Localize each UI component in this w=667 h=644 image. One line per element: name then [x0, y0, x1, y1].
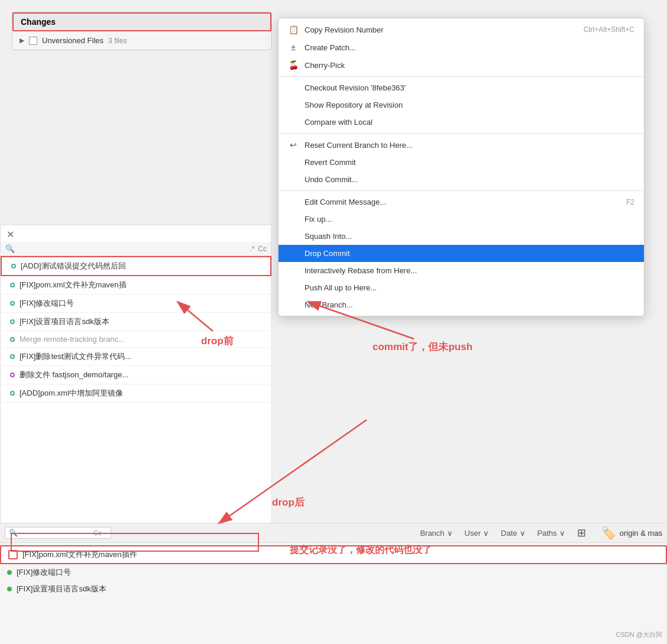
menu-label: Compare with Local — [305, 118, 373, 127]
menu-item-cherry-pick[interactable]: 🍒 Cherry-Pick — [279, 56, 644, 74]
chevron-down-icon: ∨ — [559, 529, 565, 538]
commit-message: 删除文件 fastjson_demo/targe... — [20, 370, 267, 380]
drop-before-label: drop前 — [201, 334, 234, 348]
search-bar: 🔍 .* Cc — [1, 242, 271, 256]
origin-badge: 🏷️ origin & mas — [601, 526, 662, 540]
menu-item-compare-local[interactable]: Compare with Local — [279, 114, 644, 131]
patch-icon: ± — [288, 43, 299, 52]
bottom-commit-item[interactable]: [FIX]修改端口号 — [0, 564, 667, 581]
search-icon: 🔍 — [9, 529, 18, 537]
menu-label: Edit Commit Message... — [305, 198, 386, 206]
menu-label: New Branch... — [305, 300, 353, 309]
commit-item[interactable]: [FIX]删除test测试文件异常代码... — [1, 348, 271, 366]
menu-item-edit-message[interactable]: Edit Commit Message... F2 — [279, 193, 644, 211]
commit-message: [FIX]修改端口号 — [17, 567, 71, 578]
commit-dot — [10, 391, 15, 396]
menu-item-undo-commit[interactable]: Undo Commit... — [279, 171, 644, 188]
commit-message: [FIX]pom.xml文件补充maven插 — [20, 280, 267, 290]
branch-filter-button[interactable]: Branch ∨ — [417, 528, 455, 539]
menu-label: Copy Revision Number — [305, 25, 384, 34]
graph-node — [5, 283, 20, 287]
bottom-commit-item[interactable]: [FIX]设置项目语言sdk版本 — [0, 581, 667, 597]
changes-body: ▶ Unversioned Files 3 files — [12, 31, 271, 50]
menu-item-squash-into[interactable]: Squash Into... — [279, 228, 644, 245]
commit-item[interactable]: [FIX]设置项目语言sdk版本 — [1, 313, 271, 331]
filter-buttons: Branch ∨ User ∨ Date ∨ Paths ∨ ⊞ — [417, 526, 585, 539]
commit-dot — [10, 354, 15, 359]
menu-item-push-all[interactable]: Push All up to Here... — [279, 279, 644, 296]
commit-item[interactable]: [FIX]修改端口号 — [1, 295, 271, 313]
commit-message: [FIX]pom.xml文件补充maven插件 — [22, 549, 137, 560]
separator — [279, 133, 644, 134]
commit-item[interactable]: [ADD]pom.xml中增加阿里镜像 — [1, 384, 271, 403]
commit-dot — [10, 283, 15, 287]
case-icon[interactable]: Cc — [93, 529, 101, 536]
menu-item-reset-branch[interactable]: ↩ Reset Current Branch to Here... — [279, 136, 644, 154]
menu-label: Interactively Rebase from Here... — [305, 266, 417, 275]
commit-message: [FIX]修改端口号 — [20, 298, 267, 309]
commit-message: [ADD]测试错误提交代码然后回 — [21, 261, 265, 271]
regex-button[interactable]: .* — [250, 245, 254, 253]
menu-label: Push All up to Here... — [305, 283, 377, 292]
watermark: CSDN @大白阿 — [616, 630, 662, 639]
commit-list: [ADD]测试错误提交代码然后回 [FIX]pom.xml文件补充maven插 … — [1, 256, 271, 528]
close-button[interactable]: ✕ — [7, 229, 14, 240]
unversioned-label: Unversioned Files — [42, 36, 103, 45]
new-tab-button[interactable]: ⊞ — [577, 526, 586, 539]
unversioned-checkbox[interactable] — [29, 37, 37, 45]
expand-chevron[interactable]: ▶ — [20, 37, 24, 44]
menu-item-new-branch[interactable]: New Branch... — [279, 296, 644, 313]
origin-label: origin & mas — [620, 529, 662, 538]
commit-message: [ADD]pom.xml中增加阿里镜像 — [20, 388, 267, 399]
graph-node — [5, 301, 20, 306]
menu-item-drop-commit[interactable]: Drop Commit — [279, 245, 644, 262]
menu-item-revert-commit[interactable]: Revert Commit — [279, 154, 644, 171]
commit-item[interactable]: 删除文件 fastjson_demo/targe... — [1, 366, 271, 384]
drop-after-label: drop后 — [272, 496, 305, 509]
menu-item-interactive-rebase[interactable]: Interactively Rebase from Here... — [279, 262, 644, 279]
bottom-panel: 🔍 Cc Branch ∨ User ∨ Date ∨ Paths ∨ ⊞ — [0, 523, 667, 644]
date-label: Date — [501, 529, 517, 538]
commit-dot — [10, 319, 15, 324]
graph-node — [7, 264, 21, 268]
selection-box — [8, 550, 18, 559]
paths-label: Paths — [538, 529, 557, 538]
menu-label: Revert Commit — [305, 158, 356, 167]
separator — [279, 190, 644, 191]
menu-item-fixup[interactable]: Fix up... — [279, 211, 644, 228]
commit-item[interactable]: [FIX]pom.xml文件补充maven插 — [1, 276, 271, 295]
commit-item[interactable]: [ADD]测试错误提交代码然后回 — [1, 256, 271, 276]
copy-icon: 📋 — [288, 25, 299, 34]
menu-item-create-patch[interactable]: ± Create Patch... — [279, 38, 644, 56]
shortcut-label: Ctrl+Alt+Shift+C — [584, 25, 634, 34]
commit-dot — [10, 373, 15, 377]
menu-label: Drop Commit — [305, 249, 350, 258]
commit-dot — [7, 587, 12, 591]
cherry-icon: 🍒 — [288, 60, 299, 70]
commit-dot — [10, 301, 15, 306]
menu-label: Show Repository at Revision — [305, 101, 403, 109]
files-count: 3 files — [108, 37, 127, 45]
menu-label: Checkout Revision '8febe363' — [305, 83, 406, 92]
user-label: User — [465, 529, 481, 538]
bottom-search-input[interactable] — [20, 529, 91, 537]
menu-label: Reset Current Branch to Here... — [305, 141, 413, 150]
paths-filter-button[interactable]: Paths ∨ — [535, 528, 568, 539]
menu-item-checkout-revision[interactable]: Checkout Revision '8febe363' — [279, 79, 644, 96]
commit-message: [FIX]设置项目语言sdk版本 — [20, 316, 267, 327]
menu-label: Squash Into... — [305, 232, 352, 241]
commit-message: [FIX]删除test测试文件异常代码... — [20, 351, 267, 362]
search-input[interactable] — [18, 244, 246, 253]
menu-item-show-repo[interactable]: Show Repository at Revision — [279, 96, 644, 114]
separator — [279, 76, 644, 77]
user-filter-button[interactable]: User ∨ — [462, 528, 491, 539]
menu-label: Cherry-Pick — [305, 61, 345, 70]
commit-note-label: commit了，但未push — [373, 340, 472, 354]
menu-item-copy-revision[interactable]: 📋 Copy Revision Number Ctrl+Alt+Shift+C — [279, 21, 644, 38]
graph-node — [5, 337, 20, 342]
case-button[interactable]: Cc — [258, 245, 267, 253]
graph-node — [5, 373, 20, 377]
date-filter-button[interactable]: Date ∨ — [498, 528, 527, 539]
origin-icon: 🏷️ — [601, 526, 616, 540]
search-icon: 🔍 — [5, 244, 15, 253]
